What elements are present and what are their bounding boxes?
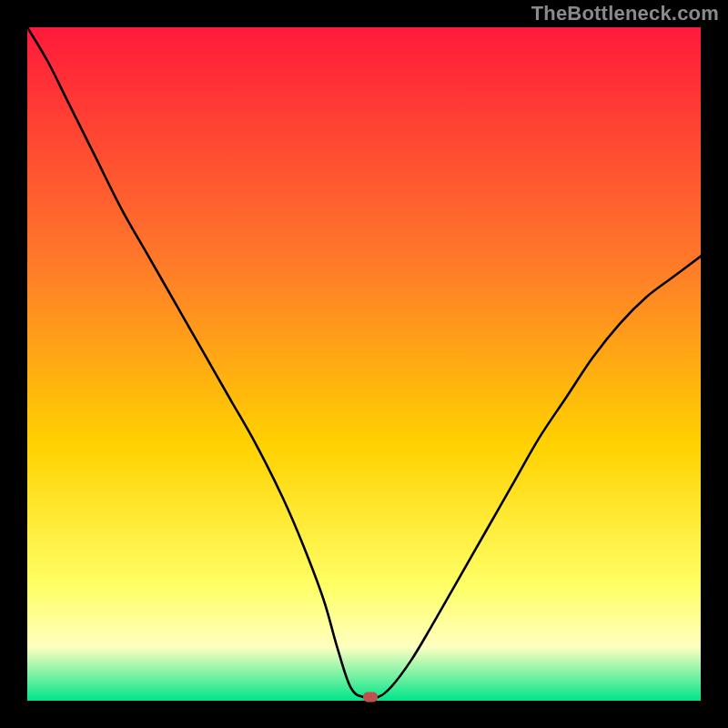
chart-frame: TheBottleneck.com [0, 0, 728, 728]
optimal-marker [363, 693, 378, 703]
gradient-background [27, 27, 701, 701]
watermark-label: TheBottleneck.com [531, 2, 719, 25]
plot-area [27, 27, 701, 701]
bottleneck-chart [27, 27, 701, 701]
